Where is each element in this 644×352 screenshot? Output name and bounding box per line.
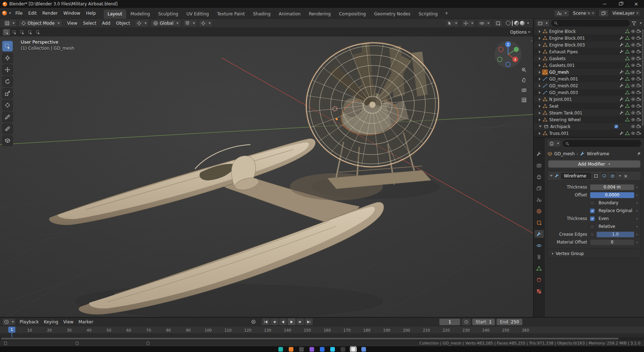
outliner-item-label[interactable]: N Joint.001 bbox=[549, 97, 618, 102]
outliner-item-label[interactable]: GD_mesh.003 bbox=[549, 90, 618, 95]
outliner-row[interactable]: Steam Tank.001 bbox=[534, 109, 644, 116]
outliner-item-label[interactable]: GD_mesh bbox=[549, 70, 618, 75]
expand-arrow-icon[interactable] bbox=[539, 64, 541, 67]
workspace-tab-shading[interactable]: Shading bbox=[249, 10, 275, 19]
viewlayer-selector[interactable]: ViewLayer× bbox=[610, 10, 641, 17]
remove-viewlayer-button[interactable]: × bbox=[636, 11, 639, 15]
outliner-row[interactable]: N Joint.001 bbox=[534, 96, 644, 103]
mesh-data-icon[interactable] bbox=[625, 29, 630, 34]
viewport-menu-view[interactable]: View bbox=[64, 20, 80, 27]
workspace-tab-texture-paint[interactable]: Texture Paint bbox=[213, 10, 249, 19]
taskbar-icon[interactable] bbox=[351, 347, 356, 352]
render-visibility-icon[interactable] bbox=[636, 111, 641, 115]
hide-eye-icon[interactable] bbox=[631, 63, 635, 68]
select-mode-invert[interactable] bbox=[26, 29, 34, 35]
outliner-row[interactable]: Gaskets bbox=[534, 55, 644, 62]
preview-range-button[interactable] bbox=[462, 319, 470, 325]
selectability-dropdown[interactable] bbox=[445, 20, 459, 27]
properties-tab-modifiers[interactable] bbox=[535, 230, 544, 238]
mesh-data-icon[interactable] bbox=[625, 97, 630, 102]
properties-tab-texture[interactable] bbox=[535, 287, 544, 295]
modifier-wrench-icon[interactable] bbox=[619, 83, 624, 88]
crease-weight-slider[interactable]: 1.0 bbox=[596, 231, 634, 238]
mesh-data-icon[interactable] bbox=[625, 117, 630, 122]
expand-arrow-icon[interactable] bbox=[539, 84, 541, 87]
expand-arrow-icon[interactable] bbox=[539, 132, 541, 135]
tool-add-cube[interactable] bbox=[2, 135, 13, 146]
render-visibility-icon[interactable] bbox=[636, 77, 641, 81]
outliner-row[interactable]: Archipack bbox=[534, 123, 644, 130]
render-visibility-icon[interactable] bbox=[636, 63, 641, 68]
mesh-data-icon[interactable] bbox=[625, 49, 630, 54]
hide-eye-icon[interactable] bbox=[631, 117, 635, 122]
modifier-wrench-icon[interactable] bbox=[619, 111, 624, 115]
outliner-item-label[interactable]: Exhaust Pipes bbox=[549, 49, 618, 54]
properties-tab-constraints[interactable] bbox=[535, 253, 544, 261]
render-visibility-icon[interactable] bbox=[636, 117, 641, 122]
expand-arrow-icon[interactable] bbox=[539, 71, 541, 74]
outliner-item-label[interactable]: Steam Tank.001 bbox=[549, 111, 618, 116]
workspace-tab-geometry-nodes[interactable]: Geometry Nodes bbox=[370, 10, 415, 19]
render-visibility-icon[interactable] bbox=[636, 56, 641, 61]
new-scene-button[interactable]: ⧉ bbox=[587, 11, 590, 15]
render-visibility-icon[interactable] bbox=[636, 70, 641, 74]
modifier-wrench-icon[interactable] bbox=[619, 77, 624, 81]
properties-editor-type-button[interactable] bbox=[547, 140, 561, 147]
animate-dot[interactable] bbox=[634, 195, 639, 196]
menu-render[interactable]: Render bbox=[39, 10, 60, 17]
transform-pivot-button[interactable] bbox=[135, 20, 148, 27]
mesh-data-icon[interactable] bbox=[625, 131, 630, 136]
timeline-menu-view[interactable]: View bbox=[61, 319, 76, 325]
viewport-menu-add[interactable]: Add bbox=[99, 20, 113, 27]
render-visibility-icon[interactable] bbox=[636, 83, 641, 88]
orientation-selector[interactable]: Global bbox=[151, 20, 181, 27]
taskbar-icon[interactable] bbox=[361, 347, 366, 352]
modifier-wrench-icon[interactable] bbox=[619, 49, 624, 54]
ortho-grid-icon[interactable] bbox=[521, 97, 527, 103]
end-frame-field[interactable]: End250 bbox=[497, 319, 522, 325]
outliner-row[interactable]: Gaskets.001 bbox=[534, 62, 644, 69]
workspace-tab-layout[interactable]: Layout bbox=[104, 10, 127, 19]
viewport-menu-select[interactable]: Select bbox=[80, 20, 99, 27]
properties-tab-output[interactable] bbox=[535, 173, 544, 181]
outliner-row[interactable]: GD_mesh.003 bbox=[534, 89, 644, 96]
realtime-display-toggle[interactable] bbox=[601, 173, 608, 179]
workspace-tab-modeling[interactable]: Modeling bbox=[127, 10, 155, 19]
workspace-tab-scripting[interactable]: Scripting bbox=[415, 10, 442, 19]
xray-toggle[interactable] bbox=[494, 20, 502, 27]
modifier-extras-chevron[interactable] bbox=[619, 175, 621, 177]
mesh-data-icon[interactable] bbox=[625, 90, 630, 95]
shading-rendered-button[interactable] bbox=[520, 21, 525, 25]
mesh-data-icon[interactable] bbox=[625, 63, 630, 68]
render-visibility-icon[interactable] bbox=[636, 29, 641, 34]
modifier-wrench-icon[interactable] bbox=[619, 43, 624, 47]
hide-eye-icon[interactable] bbox=[631, 77, 635, 81]
modifier-wrench-icon[interactable] bbox=[619, 70, 624, 74]
mesh-data-icon[interactable] bbox=[625, 104, 630, 108]
hide-eye-icon[interactable] bbox=[631, 49, 635, 54]
auto-keying-button[interactable] bbox=[250, 318, 257, 325]
properties-tab-data[interactable] bbox=[535, 264, 544, 272]
mesh-data-icon[interactable] bbox=[625, 77, 630, 81]
hide-eye-icon[interactable] bbox=[631, 36, 635, 40]
outliner-row[interactable]: Engine Block bbox=[534, 28, 644, 35]
hide-eye-icon[interactable] bbox=[631, 83, 635, 88]
close-button[interactable]: × bbox=[628, 0, 644, 8]
mode-selector[interactable]: Object Mode bbox=[19, 20, 62, 27]
mesh-data-icon[interactable] bbox=[625, 36, 630, 40]
hide-eye-icon[interactable] bbox=[631, 56, 635, 61]
material-offset-field[interactable]: 0 bbox=[590, 239, 634, 245]
hide-eye-icon[interactable] bbox=[631, 90, 635, 95]
tool-annotate[interactable] bbox=[2, 112, 13, 122]
render-visibility-icon[interactable] bbox=[636, 49, 641, 54]
expand-arrow-icon[interactable] bbox=[539, 44, 541, 47]
outliner-item-label[interactable]: Seat bbox=[549, 104, 618, 109]
restore-button[interactable] bbox=[613, 0, 628, 8]
expand-arrow-icon[interactable] bbox=[539, 118, 541, 121]
navigation-gizmo[interactable]: Z X bbox=[493, 39, 523, 70]
outliner-item-label[interactable]: Gaskets bbox=[549, 56, 618, 61]
overlays-dropdown[interactable] bbox=[478, 20, 491, 27]
outliner-item-label[interactable]: Engine Block.003 bbox=[549, 43, 618, 48]
workspace-tab-animation[interactable]: Animation bbox=[275, 10, 305, 19]
proportional-editing-toggle[interactable] bbox=[199, 20, 213, 27]
